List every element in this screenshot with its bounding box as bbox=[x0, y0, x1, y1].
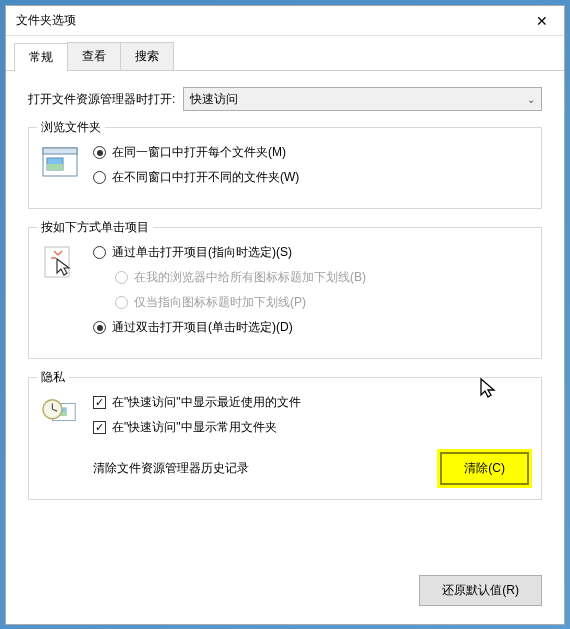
radio-underline-hover: 仅当指向图标标题时加下划线(P) bbox=[115, 294, 529, 311]
tab-search[interactable]: 搜索 bbox=[120, 42, 174, 70]
svg-rect-1 bbox=[43, 148, 77, 154]
clear-button[interactable]: 清除(C) bbox=[440, 452, 529, 485]
open-explorer-label: 打开文件资源管理器时打开: bbox=[28, 91, 175, 108]
folder-options-dialog: 文件夹选项 ✕ 常规 查看 搜索 打开文件资源管理器时打开: 快速访问 ⌄ 浏览… bbox=[5, 5, 565, 625]
radio-label: 仅当指向图标标题时加下划线(P) bbox=[134, 294, 306, 311]
privacy-group: 隐私 ✓ 在"快速访问"中显示最近使用的文件 bbox=[28, 377, 542, 500]
clock-files-icon bbox=[41, 394, 79, 432]
tab-general[interactable]: 常规 bbox=[14, 43, 68, 72]
tab-content: 打开文件资源管理器时打开: 快速访问 ⌄ 浏览文件夹 bbox=[6, 71, 564, 565]
browse-legend: 浏览文件夹 bbox=[37, 119, 105, 136]
open-explorer-row: 打开文件资源管理器时打开: 快速访问 ⌄ bbox=[28, 87, 542, 111]
radio-different-window[interactable]: 在不同窗口中打开不同的文件夹(W) bbox=[93, 169, 529, 186]
radio-label: 通过单击打开项目(指向时选定)(S) bbox=[112, 244, 292, 261]
radio-same-window[interactable]: 在同一窗口中打开每个文件夹(M) bbox=[93, 144, 529, 161]
browse-folders-group: 浏览文件夹 在同一窗口中打开每个文件夹(M) bbox=[28, 127, 542, 209]
window-icon bbox=[41, 144, 79, 182]
window-title: 文件夹选项 bbox=[16, 12, 76, 29]
radio-double-click[interactable]: 通过双击打开项目(单击时选定)(D) bbox=[93, 319, 529, 336]
open-explorer-dropdown[interactable]: 快速访问 ⌄ bbox=[183, 87, 542, 111]
tab-view[interactable]: 查看 bbox=[67, 42, 121, 70]
radio-single-click[interactable]: 通过单击打开项目(指向时选定)(S) bbox=[93, 244, 529, 261]
svg-rect-3 bbox=[47, 164, 63, 170]
checkbox-frequent-folders[interactable]: ✓ 在"快速访问"中显示常用文件夹 bbox=[93, 419, 529, 436]
radio-icon bbox=[93, 246, 106, 259]
checkbox-icon: ✓ bbox=[93, 396, 106, 409]
checkbox-icon: ✓ bbox=[93, 421, 106, 434]
radio-icon bbox=[93, 146, 106, 159]
titlebar: 文件夹选项 ✕ bbox=[6, 6, 564, 36]
radio-label: 在同一窗口中打开每个文件夹(M) bbox=[112, 144, 286, 161]
checkbox-label: 在"快速访问"中显示最近使用的文件 bbox=[112, 394, 301, 411]
radio-label: 在我的浏览器中给所有图标标题加下划线(B) bbox=[134, 269, 366, 286]
dropdown-value: 快速访问 bbox=[190, 91, 238, 108]
checkbox-label: 在"快速访问"中显示常用文件夹 bbox=[112, 419, 277, 436]
cursor-click-icon bbox=[41, 244, 79, 282]
close-icon: ✕ bbox=[536, 13, 548, 29]
radio-underline-all: 在我的浏览器中给所有图标标题加下划线(B) bbox=[115, 269, 529, 286]
tab-bar: 常规 查看 搜索 bbox=[6, 36, 564, 71]
checkbox-recent-files[interactable]: ✓ 在"快速访问"中显示最近使用的文件 bbox=[93, 394, 529, 411]
privacy-legend: 隐私 bbox=[37, 369, 69, 386]
dialog-footer: 还原默认值(R) bbox=[6, 565, 564, 624]
radio-icon bbox=[93, 321, 106, 334]
radio-icon bbox=[93, 171, 106, 184]
radio-label: 在不同窗口中打开不同的文件夹(W) bbox=[112, 169, 299, 186]
restore-defaults-button[interactable]: 还原默认值(R) bbox=[419, 575, 542, 606]
radio-label: 通过双击打开项目(单击时选定)(D) bbox=[112, 319, 293, 336]
radio-icon bbox=[115, 296, 128, 309]
click-items-group: 按如下方式单击项目 通过单击打开项目(指向时选定)(S) bbox=[28, 227, 542, 359]
clear-history-label: 清除文件资源管理器历史记录 bbox=[93, 460, 249, 477]
click-legend: 按如下方式单击项目 bbox=[37, 219, 153, 236]
close-button[interactable]: ✕ bbox=[519, 6, 564, 35]
chevron-down-icon: ⌄ bbox=[527, 94, 535, 105]
radio-icon bbox=[115, 271, 128, 284]
